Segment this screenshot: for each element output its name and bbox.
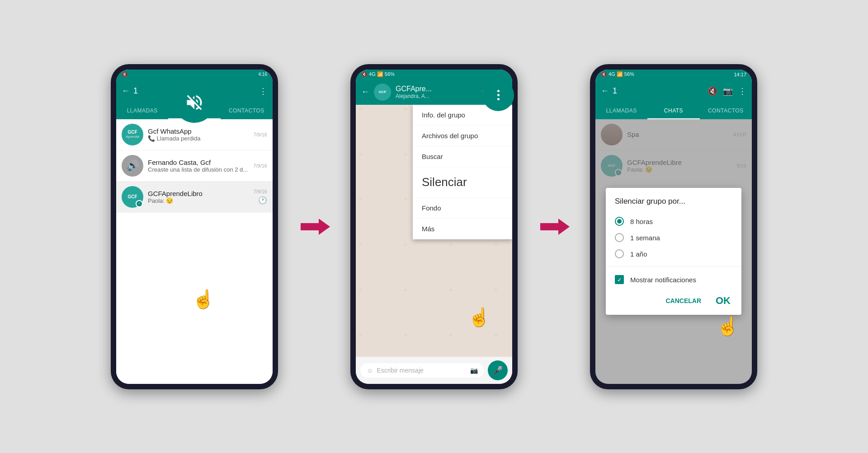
phone-3: 🔇 4G 📶 56% 14:17 ← 1 🔇 📷 ⋮ LLAMADAS CHAT… [590, 64, 757, 389]
svg-marker-1 [540, 219, 570, 235]
status-left-1: 🔇 [122, 71, 128, 77]
chat-item-gcf-whatsapp[interactable]: GCF Aprende Gcf WhatsApp 📞 Llamada perdi… [116, 119, 273, 150]
ok-button[interactable]: OK [712, 293, 734, 308]
phone-screen-2: 🔇 4G 📶 56% ← GCF GCFApre... Alejandra, A… [356, 70, 512, 384]
tab-contactos-1[interactable]: CONTACTOS [221, 103, 273, 119]
chat-item-fernando[interactable]: 🔊 Fernando Casta, Gcf Creaste una lista … [116, 150, 273, 182]
menu-item-silenciar[interactable]: Silenciar [413, 167, 512, 198]
chat-item-gcfaprende[interactable]: GCF ✓ GCFAprendeLibro Paola: 😒 7/9/16 🕐 [116, 182, 273, 213]
notifications-checkbox[interactable]: ✓ [615, 275, 624, 284]
radio-8h-inner [617, 219, 622, 224]
arrow-container [296, 213, 332, 240]
status-bar-1: 🔇 4:16 [116, 70, 273, 79]
phone-1: 🔇 4:16 ← 1 ⋮ LLAMADAS CHATS CONTACTOS [111, 64, 278, 389]
status-time-1: 4:16 [259, 72, 267, 77]
chat-name-3: GCFAprendeLibro [148, 190, 249, 197]
dialog-actions: CANCELAR OK [606, 288, 741, 310]
direction-arrow-2 [536, 213, 572, 240]
direction-arrow [296, 213, 332, 240]
dialog-option-8h[interactable]: 8 horas [606, 213, 741, 229]
label-1ano: 1 año [630, 250, 647, 258]
phone-frame-2: 🔇 4G 📶 56% ← GCF GCFApre... Alejandra, A… [350, 64, 518, 389]
chat-meta-2: 7/9/16 [253, 163, 267, 168]
status-left-3: 🔇 4G 📶 56% [601, 71, 634, 77]
chat-preview-2: Creaste una lista de difusión con 2 d... [148, 166, 249, 173]
label-8h: 8 horas [630, 218, 653, 225]
status-bar-2: 🔇 4G 📶 56% [356, 70, 512, 79]
back-button-3[interactable]: ← [601, 86, 609, 96]
chat-info-1: Gcf WhatsApp 📞 Llamada perdida [148, 127, 249, 142]
phone-frame-3: 🔇 4G 📶 56% 14:17 ← 1 🔇 📷 ⋮ LLAMADAS CHAT… [590, 64, 757, 389]
chat-preview-1: 📞 Llamada perdida [148, 135, 249, 142]
chat-info-2: Fernando Casta, Gcf Creaste una lista de… [148, 159, 249, 173]
radio-8h[interactable] [615, 217, 624, 226]
check-badge: ✓ [136, 200, 143, 207]
clock-icon: 🕐 [258, 196, 267, 205]
mute-circle-overlay [174, 82, 215, 123]
emoji-icon[interactable]: ☺ [367, 367, 373, 374]
chat-input-field[interactable]: ☺ Escribir mensaje 📷 [360, 363, 484, 378]
status-bar-3: 🔇 4G 📶 56% 14:17 [595, 70, 752, 79]
back-button-1[interactable]: ← [122, 86, 130, 96]
chat-list-background: Spa AYER GCF ✓ GCFAprendeLibre Paola: 😒 … [595, 119, 752, 384]
header-icons-1: ⋮ [259, 86, 267, 96]
dialog-option-1ano[interactable]: 1 año [606, 246, 741, 262]
phone-2: 🔇 4G 📶 56% ← GCF GCFApre... Alejandra, A… [350, 64, 518, 389]
label-1sem: 1 semana [630, 234, 660, 242]
menu-circle-overlay [482, 79, 514, 111]
avatar-fernando: 🔊 [122, 155, 143, 177]
back-button-2[interactable]: ← [361, 87, 369, 97]
chat-input-bar: ☺ Escribir mensaje 📷 🎤 [356, 357, 512, 384]
silence-dialog: Silenciar grupo por... 8 horas 1 semana [606, 188, 741, 315]
group-avatar: GCF [374, 84, 391, 101]
input-placeholder: Escribir mensaje [377, 367, 467, 374]
header-left-1: ← 1 [122, 86, 138, 96]
mute-icon [184, 93, 204, 112]
more-menu-3[interactable]: ⋮ [738, 86, 746, 96]
group-name: GCFApre... [396, 85, 477, 93]
mute-icon-3[interactable]: 🔇 [708, 86, 717, 96]
tab-llamadas-1[interactable]: LLAMADAS [116, 103, 168, 119]
dialog-divider [606, 266, 741, 267]
chat-info-3: GCFAprendeLibro Paola: 😒 [148, 190, 249, 204]
arrow-container-2 [536, 213, 572, 240]
menu-item-archivos[interactable]: Archivos del grupo [413, 126, 512, 146]
wa-header-3: ← 1 🔇 📷 ⋮ [595, 79, 752, 103]
tab-chats-3[interactable]: CHATS [647, 103, 699, 119]
chat-header-info: GCFApre... Alejandra, A... [396, 85, 477, 99]
chat-body-2: Info. del grupo Archivos del grupo Busca… [356, 105, 512, 357]
chat-name-1: Gcf WhatsApp [148, 127, 249, 135]
camera-icon-3[interactable]: 📷 [723, 86, 733, 96]
dialog-title: Silenciar grupo por... [606, 197, 741, 213]
more-menu-1[interactable]: ⋮ [259, 86, 267, 96]
status-icons-1: 4:16 [259, 72, 267, 77]
chat-meta-1: 7/9/16 [253, 132, 267, 137]
avatar-gcf-whatsapp: GCF Aprende [122, 124, 143, 145]
radio-1sem[interactable] [615, 233, 624, 242]
header-left-3: ← 1 [601, 86, 617, 96]
checkbox-label: Mostrar notificaciones [630, 276, 696, 284]
tab-bar-3: LLAMADAS CHATS CONTACTOS [595, 103, 752, 119]
status-time-3: 14:17 [734, 72, 746, 77]
dialog-overlay: Silenciar grupo por... 8 horas 1 semana [595, 119, 752, 384]
radio-1ano[interactable] [615, 249, 624, 258]
menu-item-fondo[interactable]: Fondo [413, 198, 512, 219]
chat-meta-3: 7/9/16 🕐 [253, 189, 267, 205]
dialog-checkbox-row[interactable]: ✓ Mostrar notificaciones [606, 271, 741, 288]
tab-contactos-3[interactable]: CONTACTOS [700, 103, 752, 119]
header-title-3: 1 [613, 86, 617, 96]
header-icons-3: 🔇 📷 ⋮ [708, 86, 746, 96]
header-title-1: 1 [133, 86, 138, 96]
menu-item-buscar[interactable]: Buscar [413, 146, 512, 167]
three-dots-icon [497, 90, 500, 100]
mic-button[interactable]: 🎤 [488, 360, 508, 380]
phone-screen-3: 🔇 4G 📶 56% 14:17 ← 1 🔇 📷 ⋮ LLAMADAS CHAT… [595, 70, 752, 384]
svg-marker-0 [301, 219, 330, 235]
menu-item-mas[interactable]: Más [413, 219, 512, 239]
camera-icon[interactable]: 📷 [470, 367, 478, 374]
dropdown-menu: Info. del grupo Archivos del grupo Busca… [413, 105, 512, 239]
dialog-option-1sem[interactable]: 1 semana [606, 229, 741, 246]
chat-preview-3: Paola: 😒 [148, 197, 249, 204]
cancel-button[interactable]: CANCELAR [662, 295, 705, 306]
tab-llamadas-3[interactable]: LLAMADAS [595, 103, 647, 119]
